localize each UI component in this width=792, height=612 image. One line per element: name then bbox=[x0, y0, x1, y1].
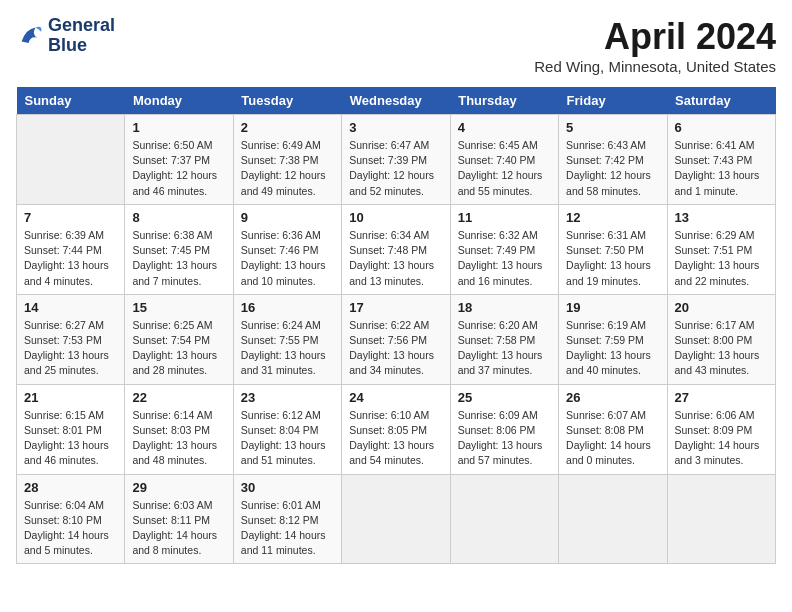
day-number: 12 bbox=[566, 210, 659, 225]
logo-icon bbox=[16, 22, 44, 50]
day-info: Sunrise: 6:25 AM Sunset: 7:54 PM Dayligh… bbox=[132, 318, 225, 379]
calendar-cell: 11Sunrise: 6:32 AM Sunset: 7:49 PM Dayli… bbox=[450, 204, 558, 294]
day-number: 30 bbox=[241, 480, 334, 495]
day-number: 22 bbox=[132, 390, 225, 405]
day-number: 26 bbox=[566, 390, 659, 405]
day-number: 17 bbox=[349, 300, 442, 315]
day-info: Sunrise: 6:50 AM Sunset: 7:37 PM Dayligh… bbox=[132, 138, 225, 199]
day-info: Sunrise: 6:12 AM Sunset: 8:04 PM Dayligh… bbox=[241, 408, 334, 469]
week-row-4: 21Sunrise: 6:15 AM Sunset: 8:01 PM Dayli… bbox=[17, 384, 776, 474]
week-row-1: 1Sunrise: 6:50 AM Sunset: 7:37 PM Daylig… bbox=[17, 115, 776, 205]
calendar-cell: 19Sunrise: 6:19 AM Sunset: 7:59 PM Dayli… bbox=[559, 294, 667, 384]
day-number: 15 bbox=[132, 300, 225, 315]
day-info: Sunrise: 6:01 AM Sunset: 8:12 PM Dayligh… bbox=[241, 498, 334, 559]
calendar-title: April 2024 bbox=[534, 16, 776, 58]
day-info: Sunrise: 6:24 AM Sunset: 7:55 PM Dayligh… bbox=[241, 318, 334, 379]
day-info: Sunrise: 6:31 AM Sunset: 7:50 PM Dayligh… bbox=[566, 228, 659, 289]
day-header-friday: Friday bbox=[559, 87, 667, 115]
calendar-cell: 4Sunrise: 6:45 AM Sunset: 7:40 PM Daylig… bbox=[450, 115, 558, 205]
day-info: Sunrise: 6:27 AM Sunset: 7:53 PM Dayligh… bbox=[24, 318, 117, 379]
day-number: 29 bbox=[132, 480, 225, 495]
day-header-tuesday: Tuesday bbox=[233, 87, 341, 115]
week-row-5: 28Sunrise: 6:04 AM Sunset: 8:10 PM Dayli… bbox=[17, 474, 776, 564]
calendar-cell: 22Sunrise: 6:14 AM Sunset: 8:03 PM Dayli… bbox=[125, 384, 233, 474]
calendar-cell: 23Sunrise: 6:12 AM Sunset: 8:04 PM Dayli… bbox=[233, 384, 341, 474]
day-number: 24 bbox=[349, 390, 442, 405]
calendar-cell bbox=[559, 474, 667, 564]
day-number: 20 bbox=[675, 300, 768, 315]
day-info: Sunrise: 6:38 AM Sunset: 7:45 PM Dayligh… bbox=[132, 228, 225, 289]
day-header-monday: Monday bbox=[125, 87, 233, 115]
page-header: General Blue April 2024 Red Wing, Minnes… bbox=[16, 16, 776, 75]
day-number: 2 bbox=[241, 120, 334, 135]
day-number: 11 bbox=[458, 210, 551, 225]
day-info: Sunrise: 6:20 AM Sunset: 7:58 PM Dayligh… bbox=[458, 318, 551, 379]
calendar-cell: 21Sunrise: 6:15 AM Sunset: 8:01 PM Dayli… bbox=[17, 384, 125, 474]
calendar-cell: 15Sunrise: 6:25 AM Sunset: 7:54 PM Dayli… bbox=[125, 294, 233, 384]
day-info: Sunrise: 6:32 AM Sunset: 7:49 PM Dayligh… bbox=[458, 228, 551, 289]
day-info: Sunrise: 6:41 AM Sunset: 7:43 PM Dayligh… bbox=[675, 138, 768, 199]
day-header-saturday: Saturday bbox=[667, 87, 775, 115]
day-number: 9 bbox=[241, 210, 334, 225]
day-number: 16 bbox=[241, 300, 334, 315]
calendar-cell bbox=[342, 474, 450, 564]
title-area: April 2024 Red Wing, Minnesota, United S… bbox=[534, 16, 776, 75]
day-number: 25 bbox=[458, 390, 551, 405]
day-info: Sunrise: 6:09 AM Sunset: 8:06 PM Dayligh… bbox=[458, 408, 551, 469]
logo-text: General Blue bbox=[48, 16, 115, 56]
calendar-cell: 25Sunrise: 6:09 AM Sunset: 8:06 PM Dayli… bbox=[450, 384, 558, 474]
day-info: Sunrise: 6:34 AM Sunset: 7:48 PM Dayligh… bbox=[349, 228, 442, 289]
calendar-cell: 20Sunrise: 6:17 AM Sunset: 8:00 PM Dayli… bbox=[667, 294, 775, 384]
day-number: 27 bbox=[675, 390, 768, 405]
calendar-cell: 30Sunrise: 6:01 AM Sunset: 8:12 PM Dayli… bbox=[233, 474, 341, 564]
day-header-wednesday: Wednesday bbox=[342, 87, 450, 115]
calendar-cell: 27Sunrise: 6:06 AM Sunset: 8:09 PM Dayli… bbox=[667, 384, 775, 474]
day-info: Sunrise: 6:19 AM Sunset: 7:59 PM Dayligh… bbox=[566, 318, 659, 379]
day-number: 5 bbox=[566, 120, 659, 135]
day-info: Sunrise: 6:29 AM Sunset: 7:51 PM Dayligh… bbox=[675, 228, 768, 289]
calendar-cell: 12Sunrise: 6:31 AM Sunset: 7:50 PM Dayli… bbox=[559, 204, 667, 294]
calendar-cell: 17Sunrise: 6:22 AM Sunset: 7:56 PM Dayli… bbox=[342, 294, 450, 384]
calendar-cell: 28Sunrise: 6:04 AM Sunset: 8:10 PM Dayli… bbox=[17, 474, 125, 564]
week-row-2: 7Sunrise: 6:39 AM Sunset: 7:44 PM Daylig… bbox=[17, 204, 776, 294]
day-info: Sunrise: 6:06 AM Sunset: 8:09 PM Dayligh… bbox=[675, 408, 768, 469]
day-number: 19 bbox=[566, 300, 659, 315]
day-number: 6 bbox=[675, 120, 768, 135]
calendar-cell: 13Sunrise: 6:29 AM Sunset: 7:51 PM Dayli… bbox=[667, 204, 775, 294]
calendar-cell: 2Sunrise: 6:49 AM Sunset: 7:38 PM Daylig… bbox=[233, 115, 341, 205]
calendar-cell: 29Sunrise: 6:03 AM Sunset: 8:11 PM Dayli… bbox=[125, 474, 233, 564]
day-info: Sunrise: 6:39 AM Sunset: 7:44 PM Dayligh… bbox=[24, 228, 117, 289]
day-number: 23 bbox=[241, 390, 334, 405]
day-number: 13 bbox=[675, 210, 768, 225]
day-number: 3 bbox=[349, 120, 442, 135]
day-header-row: SundayMondayTuesdayWednesdayThursdayFrid… bbox=[17, 87, 776, 115]
day-info: Sunrise: 6:03 AM Sunset: 8:11 PM Dayligh… bbox=[132, 498, 225, 559]
logo: General Blue bbox=[16, 16, 115, 56]
day-header-sunday: Sunday bbox=[17, 87, 125, 115]
day-info: Sunrise: 6:15 AM Sunset: 8:01 PM Dayligh… bbox=[24, 408, 117, 469]
day-info: Sunrise: 6:43 AM Sunset: 7:42 PM Dayligh… bbox=[566, 138, 659, 199]
calendar-cell: 14Sunrise: 6:27 AM Sunset: 7:53 PM Dayli… bbox=[17, 294, 125, 384]
calendar-cell bbox=[667, 474, 775, 564]
day-info: Sunrise: 6:07 AM Sunset: 8:08 PM Dayligh… bbox=[566, 408, 659, 469]
calendar-subtitle: Red Wing, Minnesota, United States bbox=[534, 58, 776, 75]
day-number: 28 bbox=[24, 480, 117, 495]
calendar-cell: 7Sunrise: 6:39 AM Sunset: 7:44 PM Daylig… bbox=[17, 204, 125, 294]
day-info: Sunrise: 6:10 AM Sunset: 8:05 PM Dayligh… bbox=[349, 408, 442, 469]
day-info: Sunrise: 6:45 AM Sunset: 7:40 PM Dayligh… bbox=[458, 138, 551, 199]
day-info: Sunrise: 6:22 AM Sunset: 7:56 PM Dayligh… bbox=[349, 318, 442, 379]
calendar-cell: 24Sunrise: 6:10 AM Sunset: 8:05 PM Dayli… bbox=[342, 384, 450, 474]
calendar-cell: 18Sunrise: 6:20 AM Sunset: 7:58 PM Dayli… bbox=[450, 294, 558, 384]
day-number: 4 bbox=[458, 120, 551, 135]
calendar-cell: 3Sunrise: 6:47 AM Sunset: 7:39 PM Daylig… bbox=[342, 115, 450, 205]
calendar-cell: 5Sunrise: 6:43 AM Sunset: 7:42 PM Daylig… bbox=[559, 115, 667, 205]
week-row-3: 14Sunrise: 6:27 AM Sunset: 7:53 PM Dayli… bbox=[17, 294, 776, 384]
day-info: Sunrise: 6:49 AM Sunset: 7:38 PM Dayligh… bbox=[241, 138, 334, 199]
day-info: Sunrise: 6:04 AM Sunset: 8:10 PM Dayligh… bbox=[24, 498, 117, 559]
day-info: Sunrise: 6:17 AM Sunset: 8:00 PM Dayligh… bbox=[675, 318, 768, 379]
calendar-cell: 9Sunrise: 6:36 AM Sunset: 7:46 PM Daylig… bbox=[233, 204, 341, 294]
day-number: 18 bbox=[458, 300, 551, 315]
calendar-cell: 26Sunrise: 6:07 AM Sunset: 8:08 PM Dayli… bbox=[559, 384, 667, 474]
calendar-cell: 6Sunrise: 6:41 AM Sunset: 7:43 PM Daylig… bbox=[667, 115, 775, 205]
day-number: 14 bbox=[24, 300, 117, 315]
